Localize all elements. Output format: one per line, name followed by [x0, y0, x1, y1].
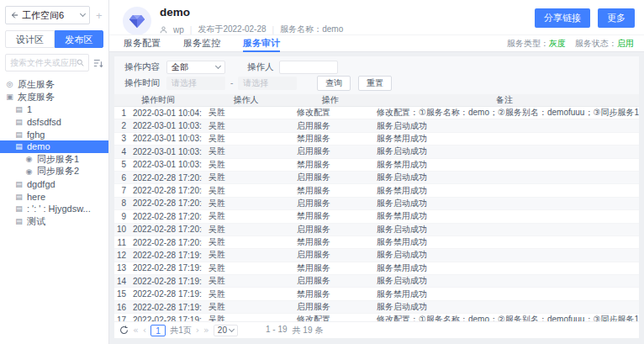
query-button[interactable]: 查询 [317, 76, 351, 91]
cell-operator: 吴胜 [202, 262, 290, 274]
tab-service-audit[interactable]: 服务审计 [243, 35, 280, 51]
tree-item[interactable]: ▤ dsfsdfsd [0, 115, 108, 128]
table-row: 142022-02-28 17:19:55吴胜启用服务服务启动成功 [114, 275, 639, 288]
cell-operation: 启用服务 [290, 275, 370, 287]
tree-item[interactable]: ◉ 同步服务1 [0, 153, 108, 166]
tree-item-label: 灰度服务 [18, 91, 55, 103]
page-size-select[interactable]: 20 [214, 325, 238, 336]
sidebar-search[interactable] [5, 54, 89, 71]
chevron-down-icon [215, 62, 221, 68]
search-icon [77, 59, 84, 66]
cell-time: 2022-03-01 10:03:27 [128, 160, 202, 169]
gray-service-icon: ▣ [5, 93, 14, 101]
divider: | [272, 25, 275, 34]
divider: | [190, 25, 193, 34]
table-row: 102022-02-28 17:20:46吴胜启用服务服务启动成功 [114, 224, 639, 236]
workspace-label: 工作空间6 [22, 9, 77, 22]
next-page-button[interactable]: › [196, 325, 199, 336]
cell-time: 2022-02-28 17:19:54 [128, 289, 202, 299]
add-workspace-icon[interactable]: + [96, 10, 103, 21]
end-date-picker[interactable]: 请选择 [238, 77, 297, 90]
search-input[interactable] [10, 58, 77, 67]
gem-icon [129, 14, 145, 29]
tree-item[interactable]: ▤ fghg [0, 128, 108, 140]
row-index: 4 [114, 147, 128, 156]
filter-section: 操作内容 全部 操作人 操作时间 请选择 - 请选择 [114, 56, 639, 94]
service-name: 服务名称：demo [280, 24, 343, 35]
operator-input[interactable] [284, 62, 333, 71]
row-index: 7 [114, 186, 128, 195]
tree-item[interactable]: ◉ 同步服务2 [0, 166, 108, 178]
table-body: 12022-03-01 10:04:15吴胜修改配置修改配置：①服务名称：dem… [114, 107, 639, 321]
record-range: 1 - 19 [266, 325, 288, 336]
cell-time: 2022-02-28 17:20:46 [128, 225, 202, 234]
cell-remark: 服务启动成功 [370, 301, 639, 313]
cell-operator: 吴胜 [202, 301, 290, 313]
row-index: 11 [114, 238, 128, 247]
back-arrow-icon [10, 11, 18, 19]
tree-item[interactable]: ▤ 测试 [0, 215, 108, 228]
cell-operation: 禁用服务 [290, 185, 370, 197]
cell-operator: 吴胜 [202, 314, 290, 321]
tree-item[interactable]: ▤ 1 [0, 103, 108, 116]
cell-operation: 禁用服务 [290, 236, 370, 248]
tab-publish-area[interactable]: 发布区 [55, 30, 104, 48]
tree-item-label: fghg [27, 130, 45, 140]
tab-service-monitor[interactable]: 服务监控 [183, 35, 220, 51]
tree-item[interactable]: ◎ 原生服务 [0, 78, 108, 91]
table-header: 操作时间 操作人 操作 备注 [114, 94, 639, 107]
cell-remark: 修改配置：①服务名称：demo；②服务别名：demofuuu；③同步服务1：文件… [370, 107, 639, 119]
prev-page-button[interactable]: ‹ [143, 325, 146, 336]
sync-service-icon: ◉ [24, 155, 34, 163]
app-icon: ▤ [14, 142, 24, 151]
cell-time: 2022-03-01 10:03:31 [128, 134, 202, 143]
tree-item[interactable]: ▤ demo [0, 140, 108, 153]
col-remark: 备注 [370, 94, 639, 106]
sidebar: 工作空间6 + 设计区 发布区 ◎ 原生服务 ▣ [0, 0, 109, 344]
chevron-down-icon [80, 11, 86, 17]
app-icon: ▤ [14, 130, 24, 139]
share-link-button[interactable]: 分享链接 [535, 8, 590, 28]
tab-design-area[interactable]: 设计区 [5, 30, 55, 48]
table-row: 172022-02-28 17:19:24吴胜修改配置修改配置：①服务名称：de… [114, 314, 639, 321]
app-icon: ▤ [14, 105, 24, 114]
cell-operation: 启用服务 [290, 224, 370, 236]
cell-remark: 服务禁用成功 [370, 210, 639, 222]
operator-input-wrap [279, 61, 338, 74]
sort-icon[interactable] [93, 58, 103, 68]
row-index: 16 [114, 303, 128, 312]
cell-operator: 吴胜 [202, 198, 290, 209]
total-pages: 共1页 [170, 325, 192, 336]
tree-item-label: dgdfgd [27, 179, 55, 189]
refresh-icon[interactable] [119, 325, 129, 335]
row-index: 13 [114, 263, 128, 273]
first-page-button[interactable]: « [133, 325, 139, 336]
filter-content-label: 操作内容 [124, 61, 166, 73]
reset-button[interactable]: 重置 [358, 76, 392, 91]
cell-remark: 服务启动成功 [370, 120, 639, 132]
table-row: 152022-02-28 17:19:54吴胜禁用服务服务禁用成功 [114, 288, 639, 300]
tree-item[interactable]: ▣ 灰度服务 [0, 91, 108, 103]
table-row: 52022-03-01 10:03:27吴胜禁用服务服务禁用成功 [114, 159, 639, 172]
tree-item-label: 同步服务1 [37, 153, 79, 166]
last-page-button[interactable]: » [203, 325, 209, 336]
tree-item[interactable]: ▤ dgdfgd [0, 177, 108, 190]
col-time: 操作时间 [114, 94, 202, 106]
tree-item[interactable]: ▤ here [0, 190, 108, 203]
row-index: 1 [114, 108, 128, 118]
tree-item[interactable]: ▤ : ': ' : Hjygdsw... [0, 203, 108, 215]
workspace-select[interactable]: 工作空间6 [5, 6, 90, 24]
cell-remark: 服务启动成功 [370, 146, 639, 157]
cell-operator: 吴胜 [202, 288, 290, 300]
start-date-picker[interactable]: 请选择 [166, 77, 225, 90]
cell-operation: 修改配置 [290, 107, 370, 119]
cell-time: 2022-02-28 17:19:24 [128, 315, 202, 321]
operation-content-select[interactable]: 全部 [166, 61, 225, 74]
cell-operator: 吴胜 [202, 146, 290, 157]
pagination-bar: « ‹ 1 共1页 › » 20 1 - 19 共 19 条 [114, 321, 639, 338]
tree-item-label: here [27, 192, 45, 202]
audit-panel: 操作内容 全部 操作人 操作时间 请选择 - 请选择 [114, 56, 639, 338]
tab-service-config[interactable]: 服务配置 [124, 35, 161, 51]
more-button[interactable]: 更多 [598, 8, 635, 28]
current-page[interactable]: 1 [150, 325, 166, 336]
